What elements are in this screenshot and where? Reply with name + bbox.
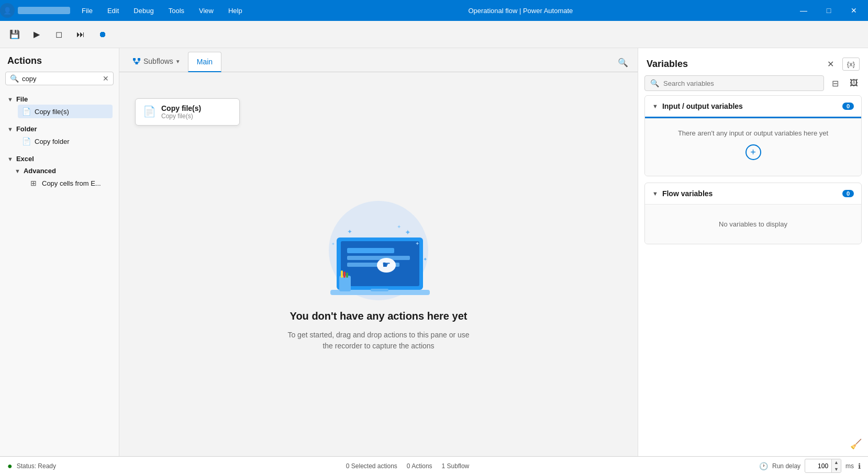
input-output-empty-text: There aren't any input or output variabl… bbox=[652, 129, 854, 137]
input-output-count-badge: 0 bbox=[842, 103, 854, 110]
status-middle: 0 Selected actions 0 Actions 1 Subflow bbox=[66, 462, 749, 470]
variables-search-input[interactable] bbox=[663, 80, 818, 87]
toolbar: 💾 ▶ ◻ ⏭ ⏺ bbox=[0, 21, 868, 48]
close-button[interactable]: ✕ bbox=[842, 0, 866, 21]
actions-search-box[interactable]: 🔍 ✕ bbox=[5, 72, 114, 85]
add-circle-icon: + bbox=[745, 144, 761, 160]
layers-icon-button[interactable]: ⊟ bbox=[827, 75, 843, 91]
stop-button[interactable]: ◻ bbox=[49, 25, 68, 44]
image-icon-button[interactable]: 🖼 bbox=[846, 75, 862, 91]
svg-text:✦: ✦ bbox=[331, 242, 335, 246]
run-delay-spinner[interactable]: ▲ ▼ bbox=[805, 459, 841, 473]
flow-area: Subflows ▼ Main 🔍 📄 Copy file(s) Copy fi… bbox=[119, 48, 638, 456]
flow-variables-count-badge: 0 bbox=[842, 190, 854, 197]
menu-edit[interactable]: Edit bbox=[100, 0, 126, 21]
tree-subcategory-advanced-header[interactable]: ▼ Advanced bbox=[14, 165, 113, 176]
variables-xsymbol-button[interactable]: {x} bbox=[842, 58, 860, 71]
spinner-up-button[interactable]: ▲ bbox=[832, 459, 841, 466]
menu-file[interactable]: File bbox=[74, 0, 100, 21]
add-variable-button[interactable]: + bbox=[652, 144, 854, 160]
actions-sidebar: Actions 🔍 ✕ ▼ File 📄 Copy file(s) bbox=[0, 48, 119, 456]
variables-panel-title: Variables bbox=[647, 59, 688, 70]
flow-content: 📄 Copy file(s) Copy file(s) bbox=[119, 72, 638, 456]
menu-help[interactable]: Help bbox=[221, 0, 250, 21]
copy-folder-icon: 📄 bbox=[22, 137, 30, 145]
minimize-button[interactable]: — bbox=[792, 0, 816, 21]
copy-cells-icon: ⊞ bbox=[29, 179, 38, 187]
status-left: ● Status: Ready bbox=[7, 461, 56, 471]
tree-category-folder-label: Folder bbox=[16, 125, 37, 133]
svg-text:✦: ✦ bbox=[415, 241, 419, 246]
flow-search-button[interactable]: 🔍 bbox=[614, 53, 632, 72]
play-button[interactable]: ▶ bbox=[27, 25, 46, 44]
chevron-down-icon: ▼ bbox=[7, 96, 13, 103]
menu-view[interactable]: View bbox=[192, 0, 221, 21]
variables-search-box[interactable]: 🔍 bbox=[644, 75, 824, 91]
record-button[interactable]: ⏺ bbox=[93, 25, 112, 44]
tab-subflows[interactable]: Subflows ▼ bbox=[125, 51, 188, 72]
run-delay-input[interactable] bbox=[805, 461, 831, 471]
tree-category-excel-label: Excel bbox=[16, 155, 34, 163]
tree-item-copy-cells-label: Copy cells from E... bbox=[42, 179, 101, 187]
tree-item-copy-folder-label: Copy folder bbox=[35, 138, 69, 145]
subflow-label: 1 Subflow bbox=[442, 462, 470, 470]
flow-variables-section-header[interactable]: ▼ Flow variables 0 bbox=[645, 183, 861, 204]
svg-text:☛: ☛ bbox=[382, 259, 391, 270]
svg-rect-11 bbox=[347, 256, 410, 260]
tree-item-copy-folder[interactable]: 📄 Copy folder bbox=[18, 134, 113, 148]
status-dot-icon: ● bbox=[7, 461, 13, 471]
svg-rect-10 bbox=[347, 248, 394, 253]
tree-category-excel-header[interactable]: ▼ Excel bbox=[6, 153, 113, 164]
input-output-section-header[interactable]: ▼ Input / output variables 0 bbox=[645, 96, 861, 117]
menu-debug[interactable]: Debug bbox=[126, 0, 161, 21]
next-step-button[interactable]: ⏭ bbox=[71, 25, 90, 44]
user-avatar: 👤 bbox=[0, 3, 70, 18]
tree-category-file-header[interactable]: ▼ File bbox=[6, 94, 113, 105]
flow-tabs: Subflows ▼ Main 🔍 bbox=[119, 48, 638, 72]
search-input[interactable] bbox=[22, 75, 99, 83]
tree-category-file: ▼ File 📄 Copy file(s) bbox=[0, 91, 119, 120]
save-button[interactable]: 💾 bbox=[5, 25, 24, 44]
title-bar: 👤 File Edit Debug Tools View Help Operat… bbox=[0, 0, 868, 21]
actions-tree: ▼ File 📄 Copy file(s) ▼ Folder bbox=[0, 91, 119, 456]
info-icon[interactable]: ℹ bbox=[858, 462, 861, 470]
tree-category-file-label: File bbox=[16, 95, 28, 103]
run-delay-label: Run delay bbox=[772, 462, 800, 470]
chevron-down-icon: ▼ bbox=[15, 168, 20, 174]
svg-rect-19 bbox=[343, 272, 346, 278]
search-clear-icon[interactable]: ✕ bbox=[103, 74, 109, 83]
tree-advanced-items: ⊞ Copy cells from E... bbox=[14, 176, 113, 190]
subflows-tab-icon bbox=[132, 56, 141, 66]
window-controls: — □ ✕ bbox=[792, 0, 866, 21]
action-card[interactable]: 📄 Copy file(s) Copy file(s) bbox=[135, 98, 240, 126]
eraser-button[interactable]: 🧹 bbox=[638, 432, 868, 456]
status-right: 🕐 Run delay ▲ ▼ ms ℹ bbox=[759, 459, 861, 473]
chevron-down-icon: ▼ bbox=[652, 103, 658, 109]
svg-rect-16 bbox=[371, 289, 388, 291]
tree-category-folder-header[interactable]: ▼ Folder bbox=[6, 123, 113, 134]
variables-close-button[interactable]: ✕ bbox=[824, 56, 838, 71]
empty-state: ☛ ✦ ✦ ✦ bbox=[284, 193, 473, 352]
variables-search-icon: 🔍 bbox=[650, 79, 659, 87]
action-card-title: Copy file(s) bbox=[161, 104, 201, 112]
input-output-variables-section: ▼ Input / output variables 0 There aren'… bbox=[644, 95, 862, 176]
chevron-down-icon: ▼ bbox=[175, 59, 181, 64]
status-bar: ● Status: Ready 0 Selected actions 0 Act… bbox=[0, 456, 868, 475]
flow-variables-section: ▼ Flow variables 0 No variables to displ… bbox=[644, 183, 862, 244]
maximize-button[interactable]: □ bbox=[817, 0, 841, 21]
tab-main[interactable]: Main bbox=[188, 52, 221, 72]
tree-subcategory-advanced-label: Advanced bbox=[24, 167, 56, 175]
tree-file-items: 📄 Copy file(s) bbox=[6, 105, 113, 118]
spinner-down-button[interactable]: ▼ bbox=[832, 466, 841, 473]
svg-rect-18 bbox=[341, 270, 343, 278]
tree-item-copy-files[interactable]: 📄 Copy file(s) bbox=[18, 105, 113, 118]
input-output-section-title: Input / output variables bbox=[662, 102, 838, 110]
tab-subflows-label: Subflows bbox=[143, 57, 173, 65]
svg-rect-20 bbox=[346, 273, 348, 278]
copy-files-icon: 📄 bbox=[22, 107, 30, 116]
menu-tools[interactable]: Tools bbox=[161, 0, 192, 21]
tree-item-copy-cells[interactable]: ⊞ Copy cells from E... bbox=[25, 176, 113, 190]
flow-variables-section-content: No variables to display bbox=[645, 204, 861, 244]
svg-text:✦: ✦ bbox=[405, 228, 411, 236]
variables-header: Variables ✕ {x} bbox=[638, 48, 868, 75]
